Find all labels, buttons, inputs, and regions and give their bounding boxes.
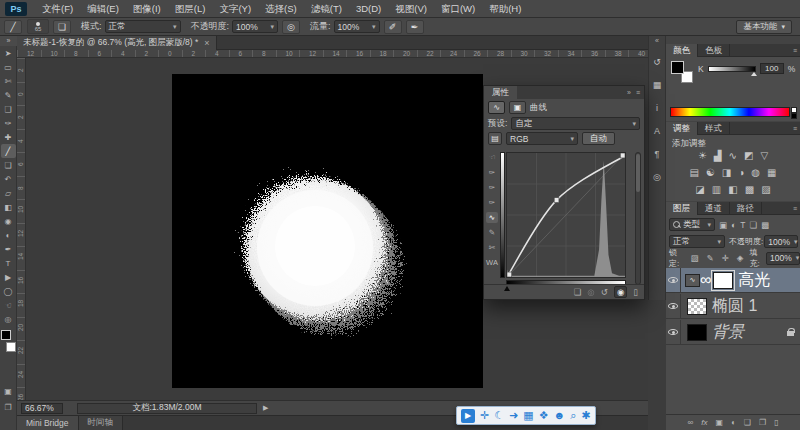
- expand-panels-icon[interactable]: «: [655, 36, 659, 46]
- lasso-tool-icon[interactable]: ✄: [1, 74, 16, 88]
- tab-色板[interactable]: 色板: [698, 44, 730, 57]
- input-output-icon[interactable]: WA: [486, 257, 498, 268]
- clone-source-panel-icon[interactable]: ◎: [650, 170, 664, 184]
- screen-mode-icon[interactable]: ❐: [1, 400, 16, 414]
- filter-pixel-layers-icon[interactable]: ▣: [719, 220, 727, 230]
- hue-saturation-icon[interactable]: ▤: [689, 167, 698, 178]
- close-tab-icon[interactable]: ×: [204, 38, 209, 48]
- brush-tool-icon[interactable]: ╱: [1, 144, 16, 158]
- capture-person-icon[interactable]: ☻: [554, 410, 566, 421]
- previous-state-icon[interactable]: ◎: [587, 287, 594, 297]
- fill-dropdown[interactable]: 100% ▾: [766, 252, 800, 265]
- marquee-tool-icon[interactable]: ▭: [1, 60, 16, 74]
- paragraph-panel-icon[interactable]: ¶: [650, 147, 664, 161]
- document-canvas[interactable]: [172, 74, 483, 388]
- layer-opacity-dropdown[interactable]: 100% ▾: [764, 235, 798, 248]
- layer-row[interactable]: 椭圆 1: [666, 294, 800, 319]
- visibility-eye-icon[interactable]: ◉: [614, 286, 627, 298]
- blur-tool-icon[interactable]: ◉: [1, 214, 16, 228]
- color-spectrum-ramp[interactable]: [670, 107, 790, 117]
- lock-transparency-icon[interactable]: ▨: [691, 253, 699, 263]
- exposure-icon[interactable]: ◩: [744, 150, 753, 161]
- preset-dropdown[interactable]: 自定 ▾: [511, 117, 640, 130]
- capture-zoom-icon[interactable]: ⌕: [570, 410, 576, 421]
- menu-item[interactable]: 图像(I): [126, 0, 168, 18]
- panel-scrollbar[interactable]: [635, 152, 641, 285]
- panel-menu-icon[interactable]: ≡: [793, 205, 800, 212]
- pen-pressure-size-icon[interactable]: ✒: [406, 20, 424, 34]
- link-layers-icon[interactable]: ∞: [687, 418, 693, 427]
- panel-menu-icon[interactable]: ≡: [793, 125, 800, 132]
- healing-brush-tool-icon[interactable]: ✚: [1, 130, 16, 144]
- layer-row[interactable]: ∿∞高光: [666, 268, 800, 293]
- bottom-tab-Mini Bridge[interactable]: Mini Bridge: [17, 416, 79, 430]
- capture-settings-icon[interactable]: ✱: [581, 410, 590, 421]
- opacity-dropdown[interactable]: 100% ▾: [232, 20, 278, 33]
- threshold-icon[interactable]: ◧: [728, 184, 737, 195]
- spectrum-extremes[interactable]: [791, 107, 797, 119]
- foreground-background-swatches[interactable]: [1, 330, 16, 352]
- toolbar-collapse-button[interactable]: »: [0, 36, 17, 46]
- shape-tool-icon[interactable]: ◯: [1, 284, 16, 298]
- eyedropper-tool-icon[interactable]: ✑: [1, 116, 16, 130]
- toggle-brush-panel-icon[interactable]: ❏: [53, 20, 71, 34]
- foreground-color-swatch[interactable]: [1, 330, 11, 340]
- capture-move-icon[interactable]: ✛: [480, 410, 489, 421]
- eye-icon[interactable]: [668, 277, 678, 283]
- move-tool-icon[interactable]: ➤: [1, 46, 16, 60]
- gradient-tool-icon[interactable]: ◧: [1, 200, 16, 214]
- filter-shape-layers-icon[interactable]: ❏: [749, 220, 757, 230]
- selective-color-icon[interactable]: ▨: [761, 184, 770, 195]
- capture-image-icon[interactable]: ▦: [523, 410, 533, 421]
- panel-menu-icon[interactable]: ≡: [636, 89, 640, 96]
- tab-通道[interactable]: 通道: [698, 202, 730, 215]
- k-value-field[interactable]: 100: [760, 63, 784, 74]
- panel-menu-icon[interactable]: ≡: [793, 47, 800, 54]
- black-point-eyedropper-icon[interactable]: ✑: [486, 167, 498, 178]
- pen-pressure-opacity-icon[interactable]: ◎: [282, 20, 300, 34]
- new-adjustment-layer-icon[interactable]: ◐: [731, 418, 736, 427]
- channel-dropdown[interactable]: RGB ▾: [506, 132, 578, 145]
- tab-调整[interactable]: 调整: [666, 122, 698, 135]
- menu-item[interactable]: 帮助(H): [482, 0, 528, 18]
- path-selection-tool-icon[interactable]: ▶: [1, 270, 16, 284]
- background-color-swatch[interactable]: [6, 342, 16, 352]
- menu-item[interactable]: 选择(S): [258, 0, 304, 18]
- levels-icon[interactable]: ▟: [714, 150, 722, 161]
- pen-tool-icon[interactable]: ✒: [1, 242, 16, 256]
- layer-row[interactable]: 背景: [666, 320, 800, 345]
- type-tool-icon[interactable]: T: [1, 256, 16, 270]
- tab-路径[interactable]: 路径: [730, 202, 762, 215]
- eye-icon[interactable]: [668, 329, 678, 335]
- layer-mask-thumbnail[interactable]: [713, 272, 733, 289]
- add-mask-icon[interactable]: ▣: [715, 418, 723, 427]
- new-layer-icon[interactable]: ❐: [759, 418, 766, 427]
- capture-sticker-icon[interactable]: ❖: [539, 410, 549, 421]
- menu-item[interactable]: 滤镜(T): [304, 0, 349, 18]
- draw-curve-pencil-icon[interactable]: ✎: [486, 227, 498, 238]
- collapse-panel-icon[interactable]: »: [627, 89, 631, 96]
- menu-item[interactable]: 文字(Y): [212, 0, 258, 18]
- blend-mode-dropdown[interactable]: 正常 ▾: [105, 20, 181, 33]
- menu-item[interactable]: 窗口(W): [434, 0, 482, 18]
- curves-adjustment-icon[interactable]: ∿: [488, 101, 505, 114]
- tab-图层[interactable]: 图层: [666, 202, 698, 215]
- lock-pixels-icon[interactable]: ✎: [707, 253, 714, 263]
- filter-type-layers-icon[interactable]: T: [740, 220, 745, 230]
- menu-item[interactable]: 图层(L): [168, 0, 213, 18]
- eraser-tool-icon[interactable]: ▱: [1, 186, 16, 200]
- curves-graph[interactable]: [506, 152, 626, 278]
- character-panel-icon[interactable]: A: [650, 124, 664, 138]
- color-swatches[interactable]: [671, 61, 693, 83]
- layer-filter-dropdown[interactable]: 类型 ▾: [669, 218, 715, 231]
- color-lookup-icon[interactable]: ▦: [767, 167, 776, 178]
- smooth-curve-icon[interactable]: ✄: [486, 242, 498, 253]
- history-panel-icon[interactable]: ↺: [650, 55, 664, 69]
- document-tab[interactable]: 未标题-1-恢复的 @ 66.7% (高光, 图层蒙版/8) * ×: [17, 36, 217, 50]
- visibility-cell[interactable]: [666, 320, 681, 345]
- brush-preset-picker[interactable]: 65: [27, 19, 49, 34]
- invert-icon[interactable]: ◪: [695, 184, 704, 195]
- mask-properties-icon[interactable]: ▣: [509, 101, 526, 114]
- brightness-contrast-icon[interactable]: ☀: [698, 150, 707, 161]
- targeted-adjustment-icon[interactable]: ☜: [486, 152, 498, 163]
